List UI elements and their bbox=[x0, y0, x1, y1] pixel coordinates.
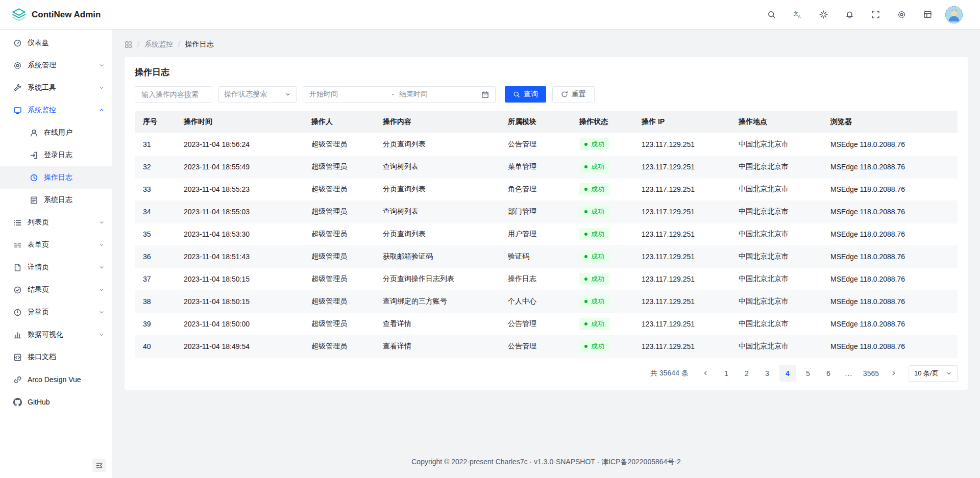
sidebar-item-label: 仪表盘 bbox=[28, 38, 105, 47]
table-row: 312023-11-04 18:56:24超级管理员分页查询列表公告管理成功12… bbox=[135, 133, 958, 156]
sidebar-item-list-pages[interactable]: 列表页 bbox=[0, 211, 112, 234]
search-button[interactable] bbox=[764, 7, 779, 22]
prev-page-button[interactable] bbox=[698, 365, 714, 382]
chevron-down-icon bbox=[99, 332, 105, 338]
cell: 超级管理员 bbox=[303, 133, 375, 156]
theme-button[interactable] bbox=[816, 7, 831, 22]
cell-status: 成功 bbox=[571, 313, 633, 335]
start-date-placeholder: 开始时间 bbox=[309, 90, 386, 99]
sidebar-item-data-visualization[interactable]: 数据可视化 bbox=[0, 323, 112, 346]
brand[interactable]: ContiNew Admin bbox=[11, 7, 101, 22]
sidebar-item-form-pages[interactable]: 表单页 bbox=[0, 234, 112, 256]
cell: 角色管理 bbox=[500, 178, 571, 200]
settings-button[interactable] bbox=[894, 7, 909, 22]
sidebar-item-api-docs[interactable]: 接口文档 bbox=[0, 346, 112, 368]
avatar[interactable] bbox=[945, 6, 963, 23]
cell: 123.117.129.251 bbox=[633, 335, 730, 358]
sidebar-item-arco-design-vue[interactable]: Arco Design Vue bbox=[0, 368, 112, 391]
breadcrumb-separator: / bbox=[178, 40, 180, 48]
sidebar-item-label: 登录日志 bbox=[44, 150, 105, 160]
status-badge: 成功 bbox=[579, 228, 609, 240]
translate-icon: 文A bbox=[793, 10, 802, 19]
chevron-down-icon bbox=[99, 264, 105, 270]
breadcrumb-item[interactable]: 操作日志 bbox=[185, 40, 214, 49]
column-header: 序号 bbox=[135, 111, 176, 133]
status-dot-icon bbox=[584, 300, 587, 303]
cell: 超级管理员 bbox=[303, 313, 375, 335]
sidebar-item-label: 结果页 bbox=[28, 285, 99, 294]
page-size-select[interactable]: 10 条/页 bbox=[909, 365, 958, 382]
page-button-3[interactable]: 3 bbox=[759, 365, 775, 382]
sidebar-item-online-users[interactable]: 在线用户 bbox=[0, 121, 112, 144]
chevron-down-icon bbox=[99, 85, 105, 91]
cell: 123.117.129.251 bbox=[633, 156, 730, 178]
cell: 超级管理员 bbox=[303, 335, 375, 358]
notifications-button[interactable] bbox=[842, 7, 857, 22]
cell-status: 成功 bbox=[571, 335, 633, 358]
reset-button-label: 重置 bbox=[572, 90, 586, 99]
content-search-input[interactable] bbox=[135, 86, 212, 103]
page-button-5[interactable]: 5 bbox=[800, 365, 816, 382]
cell: 验证码 bbox=[500, 245, 571, 268]
column-header: 操作内容 bbox=[375, 111, 500, 133]
reset-button[interactable]: 重置 bbox=[552, 86, 595, 103]
sidebar-item-result-pages[interactable]: 结果页 bbox=[0, 279, 112, 301]
cell: 超级管理员 bbox=[303, 156, 375, 178]
sidebar-item-dashboard[interactable]: 仪表盘 bbox=[0, 32, 112, 54]
sidebar-item-label: 系统日志 bbox=[44, 195, 105, 205]
status-dot-icon bbox=[584, 278, 587, 281]
cell-status: 成功 bbox=[571, 200, 633, 223]
copyright-text: Copyright © 2022-present Charles7c · v1.… bbox=[411, 458, 681, 466]
column-header: 操作时间 bbox=[176, 111, 303, 133]
page-button-4[interactable]: 4 bbox=[779, 365, 796, 382]
translate-button[interactable]: 文A bbox=[790, 7, 805, 22]
page-button-1[interactable]: 1 bbox=[718, 365, 734, 382]
status-dot-icon bbox=[584, 210, 587, 213]
cell: 超级管理员 bbox=[303, 290, 375, 313]
layout-button[interactable] bbox=[920, 7, 935, 22]
sidebar-item-label: 系统工具 bbox=[28, 83, 99, 92]
cell: MSEdge 118.0.2088.76 bbox=[822, 156, 958, 178]
apps-grid-icon[interactable] bbox=[125, 41, 132, 48]
cell: 2023-11-04 18:53:30 bbox=[176, 223, 303, 245]
app-logo-icon bbox=[11, 7, 27, 22]
sidebar-item-system-tools[interactable]: 系统工具 bbox=[0, 77, 112, 99]
sidebar-item-exception-pages[interactable]: 异常页 bbox=[0, 301, 112, 323]
cell-status: 成功 bbox=[571, 223, 633, 245]
page-button-3565[interactable]: 3565 bbox=[861, 365, 881, 382]
status-dot-icon bbox=[584, 165, 587, 168]
cell: 查询绑定的三方账号 bbox=[375, 290, 500, 313]
date-range-picker[interactable]: 开始时间 - 结束时间 bbox=[303, 86, 496, 103]
sidebar-collapse-button[interactable] bbox=[92, 459, 106, 472]
chevron-down-icon bbox=[99, 287, 105, 293]
sidebar-item-system-logs[interactable]: 系统日志 bbox=[0, 189, 112, 211]
sidebar-item-system-monitor[interactable]: 系统监控 bbox=[0, 99, 112, 121]
table-row: 392023-11-04 18:50:00超级管理员查看详情公告管理成功123.… bbox=[135, 313, 958, 335]
status-badge: 成功 bbox=[579, 318, 609, 330]
sidebar-item-detail-pages[interactable]: 详情页 bbox=[0, 256, 112, 279]
page-button-6[interactable]: 6 bbox=[820, 365, 837, 382]
cell: 公告管理 bbox=[500, 313, 571, 335]
query-button[interactable]: 查询 bbox=[505, 86, 546, 103]
list-icon bbox=[13, 218, 22, 227]
sidebar-item-label: 接口文档 bbox=[28, 353, 105, 362]
refresh-icon bbox=[561, 91, 568, 98]
sidebar-item-label: 系统管理 bbox=[28, 61, 99, 70]
breadcrumb-item[interactable]: 系统监控 bbox=[144, 40, 173, 49]
result-icon bbox=[13, 286, 22, 294]
next-page-button[interactable] bbox=[885, 365, 901, 382]
sidebar-item-operation-logs[interactable]: 操作日志 bbox=[0, 166, 112, 189]
main-content: /系统监控/操作日志 操作日志 操作状态搜索 开始时间 - 结束时间 bbox=[112, 30, 980, 478]
sidebar-item-login-logs[interactable]: 登录日志 bbox=[0, 144, 112, 166]
cell: 2023-11-04 18:49:54 bbox=[176, 335, 303, 358]
page-button-2[interactable]: 2 bbox=[739, 365, 755, 382]
status-select[interactable]: 操作状态搜索 bbox=[218, 86, 297, 103]
sidebar-item-system-management[interactable]: 系统管理 bbox=[0, 54, 112, 77]
status-badge: 成功 bbox=[579, 340, 609, 353]
sidebar-item-label: 系统监控 bbox=[28, 106, 99, 115]
layout-grid-icon bbox=[923, 10, 932, 19]
cell: 123.117.129.251 bbox=[633, 268, 730, 290]
sidebar-item-github[interactable]: GitHub bbox=[0, 391, 112, 413]
cell: 2023-11-04 18:50:15 bbox=[176, 290, 303, 313]
fullscreen-button[interactable] bbox=[868, 7, 883, 22]
